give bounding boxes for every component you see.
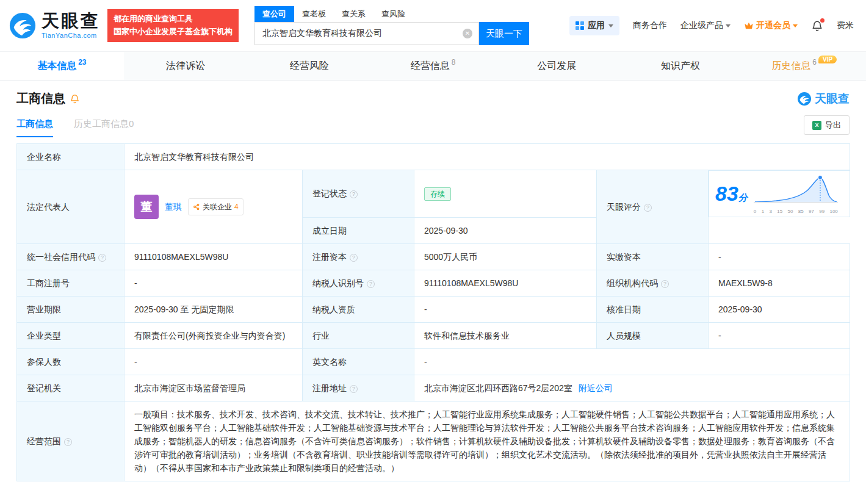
label-business-term: 营业期限: [17, 296, 124, 322]
search-tab-relation[interactable]: 查关系: [334, 6, 373, 22]
label-org-code: 组织机构代码?: [597, 270, 709, 296]
value-establish-date: 2025-09-30: [414, 217, 597, 243]
label-reg-capital: 注册资本?: [303, 243, 414, 270]
nav-cooperation[interactable]: 商务合作: [633, 20, 667, 31]
tab-history-info[interactable]: 历史信息6VIP: [742, 52, 866, 80]
excel-icon: X: [812, 121, 821, 130]
help-icon[interactable]: ?: [350, 254, 358, 262]
value-reg-address: 北京市海淀区北四环西路67号2层202室附近公司: [414, 375, 850, 401]
nav-open-vip-label: 开通会员: [756, 20, 790, 31]
value-reg-capital: 5000万人民币: [414, 243, 597, 270]
table-row: 登记机关 北京市海淀区市场监督管理局 注册地址? 北京市海淀区北四环西路67号2…: [17, 375, 850, 401]
slogan-line1: 都在用的商业查询工具: [114, 13, 233, 26]
help-icon[interactable]: ?: [64, 438, 72, 446]
help-icon[interactable]: ?: [350, 385, 358, 393]
related-label: 关联企业: [203, 200, 232, 214]
company-tab-bar: 基本信息23 法律诉讼 经营风险 经营信息8 公司发展 知识产权 历史信息6VI…: [0, 51, 866, 81]
label-business-scope: 经营范围?: [17, 401, 124, 481]
related-companies-badge[interactable]: 关联企业 4: [188, 198, 244, 215]
label-paid-capital: 实缴资本: [597, 243, 709, 270]
tianyancha-logo[interactable]: 天眼查 TianYanCha.com: [9, 12, 100, 40]
score-axis: 0131550859799100: [754, 209, 838, 214]
tab-label: 知识产权: [661, 60, 700, 73]
relation-icon: [193, 203, 200, 211]
tab-label: 历史信息: [771, 60, 810, 73]
search-tab-company[interactable]: 查公司: [254, 6, 294, 22]
table-row: 企业类型 有限责任公司(外商投资企业与内资合资) 行业 软件和信息技术服务业 人…: [17, 322, 850, 348]
help-icon[interactable]: ?: [644, 204, 652, 212]
header-nav: 应用 商务合作 企业级产品 开通会员 费米: [569, 16, 854, 35]
section-header: 工商信息 天眼查: [16, 90, 850, 107]
page-header: 天眼查 TianYanCha.com 都在用的商业查询工具 国家中小企业发展子基…: [0, 0, 866, 51]
search-input[interactable]: [261, 28, 463, 39]
nearby-companies-link[interactable]: 附近公司: [579, 383, 613, 393]
value-reg-status: 存续: [414, 170, 597, 218]
value-english-name: -: [414, 348, 850, 375]
chevron-down-icon: [726, 24, 731, 30]
tab-label: 经营信息: [411, 60, 450, 73]
table-row: 法定代表人 董 董琪 关联企业 4 登记状态? 存续 天: [17, 170, 850, 218]
legal-rep-name-link[interactable]: 董琪: [165, 200, 182, 214]
related-count: 4: [234, 200, 239, 214]
logo-swirl-icon: [9, 12, 37, 40]
label-reg-address: 注册地址?: [303, 375, 414, 401]
label-company-name: 企业名称: [17, 144, 124, 170]
notification-bell[interactable]: [811, 20, 823, 32]
help-icon[interactable]: ?: [98, 254, 106, 262]
legal-rep-cell: 董 董琪 关联企业 4: [134, 195, 292, 219]
value-business-scope: 一般项目：技术服务、技术开发、技术咨询、技术交流、技术转让、技术推广；人工智能行…: [124, 401, 850, 481]
subtab-business-info[interactable]: 工商信息: [16, 118, 53, 137]
tab-basic-info[interactable]: 基本信息23: [0, 52, 124, 80]
tab-count: 8: [452, 58, 456, 67]
table-row: 参保人数 - 英文名称 -: [17, 348, 850, 375]
search-tab-boss[interactable]: 查老板: [294, 6, 334, 22]
help-icon[interactable]: ?: [367, 280, 375, 288]
logo-swirl-icon: [797, 92, 812, 106]
help-icon[interactable]: ?: [350, 190, 358, 198]
legal-rep-avatar[interactable]: 董: [134, 195, 159, 219]
username: 费米: [837, 20, 854, 31]
nav-enterprise[interactable]: 企业级产品: [680, 20, 731, 31]
tab-count: 6: [812, 58, 817, 67]
label-taxpayer-id: 纳税人识别号?: [303, 270, 414, 296]
search-button[interactable]: 天眼一下: [479, 22, 529, 45]
label-credit-code: 统一社会信用代码?: [17, 243, 124, 270]
value-company-type: 有限责任公司(外商投资企业与内资合资): [124, 322, 303, 348]
tab-label: 基本信息: [37, 60, 76, 73]
label-establish-date: 成立日期: [303, 217, 414, 243]
brand-watermark: 天眼查: [797, 91, 850, 107]
value-credit-code: 91110108MAEXL5W98U: [124, 243, 303, 270]
tab-operation-risk[interactable]: 经营风险: [247, 52, 371, 80]
value-company-name: 北京智启文华教育科技有限公司: [124, 144, 850, 170]
score-distribution-chart: 0131550859799100: [754, 173, 838, 214]
vip-badge: VIP: [818, 56, 837, 63]
tab-operation-info[interactable]: 经营信息8: [371, 52, 495, 80]
export-label: 导出: [825, 120, 841, 131]
label-reg-authority: 登记机关: [17, 375, 124, 401]
search-tab-risk[interactable]: 查风险: [373, 6, 413, 22]
nav-apps-label: 应用: [588, 20, 605, 31]
value-org-code: MAEXL5W9-8: [709, 270, 850, 296]
apps-grid-icon: [576, 21, 584, 30]
help-icon[interactable]: ?: [661, 280, 669, 288]
nav-open-vip[interactable]: 开通会员: [744, 20, 798, 31]
value-paid-capital: -: [709, 243, 850, 270]
address-text: 北京市海淀区北四环西路67号2层202室: [424, 383, 572, 393]
brand-name: 天眼查: [815, 91, 850, 107]
search-box: ✕: [254, 22, 479, 45]
tab-intellectual-property[interactable]: 知识产权: [619, 52, 743, 80]
clear-search-icon[interactable]: ✕: [463, 29, 472, 38]
tab-label: 公司发展: [537, 60, 576, 73]
subscribe-bell-icon[interactable]: [70, 93, 80, 104]
tab-legal-litigation[interactable]: 法律诉讼: [124, 52, 248, 80]
label-reg-number: 工商注册号: [17, 270, 124, 296]
business-info-table: 企业名称 北京智启文华教育科技有限公司 法定代表人 董 董琪 关联企业 4: [16, 143, 850, 481]
tab-label: 经营风险: [290, 60, 329, 73]
score-cell: 83分 0131550859799100: [709, 170, 850, 217]
label-legal-rep: 法定代表人: [17, 170, 124, 244]
subtab-history-business-info[interactable]: 历史工商信息0: [74, 118, 134, 137]
tab-company-development[interactable]: 公司发展: [495, 52, 619, 80]
nav-user[interactable]: 费米: [837, 20, 854, 31]
nav-apps[interactable]: 应用: [569, 16, 619, 35]
export-button[interactable]: X 导出: [804, 115, 850, 135]
